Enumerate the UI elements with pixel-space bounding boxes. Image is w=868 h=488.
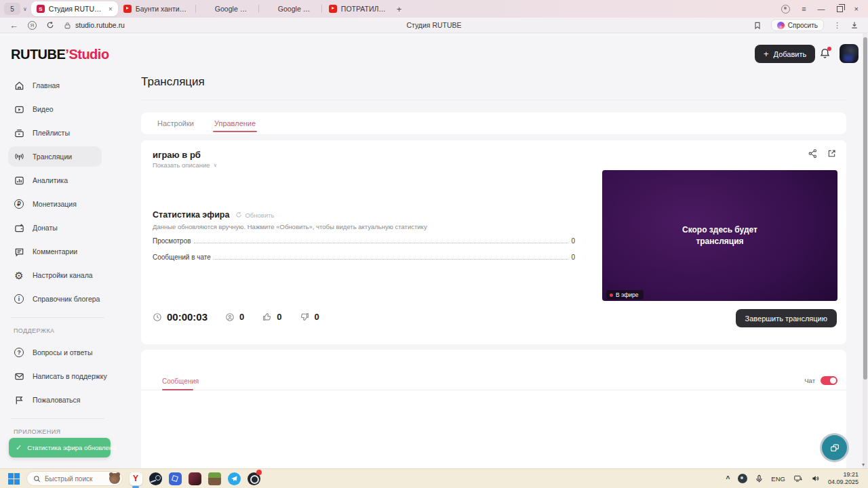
live-dot-icon [610, 293, 613, 297]
tab-messages[interactable]: Сообщения [162, 378, 199, 385]
taskbar-roblox[interactable] [168, 472, 182, 485]
chat-toggle-label: Чат [804, 377, 815, 384]
scrollbar-thumb[interactable] [863, 37, 867, 380]
window-restore-button[interactable] [837, 6, 843, 12]
chat-toggle[interactable] [821, 376, 837, 385]
window-minimize-button[interactable]: — [818, 5, 825, 13]
windows-logo-icon [8, 473, 20, 485]
add-button[interactable]: + Добавить [755, 45, 815, 63]
browser-menu-icon[interactable]: ≡ [802, 5, 806, 13]
browser-tab[interactable]: Google Meet [197, 1, 257, 16]
tab-close-icon[interactable]: × [108, 5, 113, 13]
rutube-studio-logo[interactable]: RUTUBE’Studio [11, 47, 109, 62]
sidebar-item-label: Пожаловаться [33, 396, 81, 404]
sidebar-item-comments[interactable]: Комментарии [8, 241, 102, 262]
notification-dot [827, 47, 831, 51]
browser-tab[interactable]: Баунти хантим только та [118, 1, 194, 16]
stream-actions [808, 148, 837, 159]
sidebar-item-blogger-guide[interactable]: i Справочник блогера [8, 289, 102, 309]
live-counters: 00:00:03 0 0 0 [153, 311, 319, 323]
user-avatar[interactable] [840, 44, 859, 63]
meet-favicon [266, 5, 274, 13]
volume-icon[interactable] [811, 474, 820, 483]
sidebar-item-faq[interactable]: ? Вопросы и ответы [8, 342, 102, 363]
taskbar: Быстрый поиск Y ^ ENG 19:21 04.09.202 [0, 468, 868, 488]
stats-title-row: Статистика эфира Обновить [153, 210, 274, 220]
browser-tab[interactable]: Google Meet [260, 1, 320, 16]
browser-profile-icon[interactable] [781, 5, 790, 14]
taskbar-obs[interactable] [247, 472, 260, 485]
sidebar-item-video[interactable]: Видео [8, 99, 102, 119]
browser-tab-active[interactable]: S Студия RUTUBE × [31, 1, 118, 16]
navbar-right: Спросить ⋮ [753, 19, 859, 31]
picture-in-picture-fab[interactable] [822, 435, 847, 460]
microphone-icon[interactable] [755, 474, 763, 483]
taskbar-steam[interactable] [149, 472, 162, 485]
start-button[interactable] [7, 472, 20, 485]
scroll-down-arrow-icon[interactable]: ▾ [862, 462, 865, 468]
youtube-favicon [123, 5, 132, 13]
yandex-home-button[interactable]: Я [28, 21, 37, 30]
new-tab-button[interactable]: + [397, 4, 402, 14]
sidebar-item-label: Донаты [33, 224, 58, 232]
sidebar-item-playlists[interactable]: Плейлисты [8, 123, 102, 143]
show-description-label: Показать описание [153, 161, 210, 169]
tab-settings[interactable]: Настройки [157, 113, 194, 134]
stat-row-chat-messages: Сообщений в чате 0 [153, 253, 575, 261]
windows-overlap-icon [829, 443, 840, 453]
sidebar-item-channel-settings[interactable]: ⚙ Настройки канала [8, 265, 102, 285]
comment-icon [14, 246, 24, 257]
sidebar-item-analytics[interactable]: Аналитика [8, 170, 102, 190]
tray-time: 19:21 [828, 471, 859, 479]
sidebar-item-home[interactable]: Главная [8, 75, 102, 96]
likes-count: 0 [277, 312, 281, 322]
dislikes-counter[interactable]: 0 [300, 312, 319, 322]
network-icon[interactable] [793, 474, 803, 483]
taskbar-minecraft[interactable] [208, 472, 221, 485]
obs-recording-badge [256, 470, 262, 475]
share-icon[interactable] [808, 148, 818, 159]
address-bar[interactable]: studio.rutube.ru [64, 21, 125, 29]
notifications-bell-icon[interactable] [819, 47, 831, 60]
tab-counter[interactable]: 5 [4, 3, 20, 15]
toast-text: Статистика эфира обновлена [27, 444, 116, 451]
back-button[interactable]: ← [9, 20, 18, 30]
sidebar-item-donations[interactable]: Донаты [8, 218, 102, 238]
browser-tab[interactable]: ПОТРАТИЛ ВСЮ УДАЧУ [323, 1, 391, 16]
sidebar-item-write-support[interactable]: Написать в поддержку [8, 366, 102, 386]
tab-management[interactable]: Управление [214, 113, 256, 134]
stream-title: играю в рб [153, 150, 201, 160]
language-indicator[interactable]: ENG [771, 475, 785, 483]
window-close-button[interactable]: × [854, 5, 859, 13]
wallet-icon [14, 222, 24, 233]
kebab-menu-icon[interactable]: ⋮ [833, 21, 841, 30]
tray-expand-icon[interactable]: ^ [726, 475, 730, 483]
sidebar-item-monetization[interactable]: ₽ Монетизация [8, 194, 102, 214]
gear-icon: ⚙ [14, 270, 24, 281]
taskbar-game[interactable] [188, 472, 201, 485]
likes-counter[interactable]: 0 [262, 312, 281, 322]
sidebar-item-broadcasts[interactable]: Трансляции [8, 146, 102, 167]
page-scrollbar[interactable]: ▾ [863, 33, 867, 468]
external-link-icon[interactable] [827, 148, 837, 159]
bookmark-icon[interactable] [753, 21, 762, 30]
stat-row-views: Просмотров 0 [153, 237, 575, 245]
taskbar-clock[interactable]: 19:21 04.09.2025 [828, 471, 861, 486]
refresh-stats-button[interactable]: Обновить [235, 211, 274, 219]
show-description-link[interactable]: Показать описание ∨ [153, 161, 217, 169]
chat-toggle-row: Чат [804, 376, 837, 385]
end-broadcast-button[interactable]: Завершить трансляцию [736, 309, 837, 327]
taskbar-telegram[interactable] [227, 472, 241, 485]
refresh-button[interactable] [46, 21, 54, 29]
tray-app-icon[interactable] [738, 474, 747, 483]
tab-list-chevron-icon[interactable]: ∨ [23, 6, 27, 12]
ask-ai-button[interactable]: Спросить [771, 19, 824, 31]
info-icon: i [14, 293, 24, 304]
taskbar-yandex-browser[interactable]: Y [129, 472, 142, 485]
downloads-icon[interactable] [850, 21, 859, 29]
sidebar-item-report[interactable]: Пожаловаться [8, 390, 102, 410]
system-tray: ^ ENG 19:21 04.09.2025 [726, 471, 861, 486]
dotted-leader [214, 259, 569, 260]
question-icon: ? [14, 347, 24, 358]
taskbar-search[interactable]: Быстрый поиск [26, 471, 123, 486]
